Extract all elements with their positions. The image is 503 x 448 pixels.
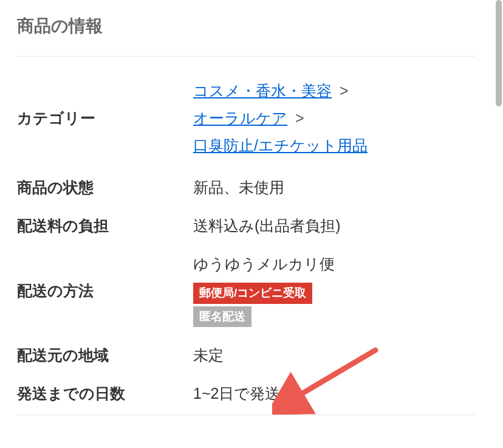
divider [17,415,475,415]
label-ship-from: 配送元の地域 [17,345,193,365]
row-ship-from: 配送元の地域 未定 [17,345,475,365]
breadcrumb-separator: > [295,109,304,126]
badge-post-convenience: 郵便局/コンビニ受取 [193,283,312,304]
section-title: 商品の情報 [17,15,475,38]
value-condition: 新品、未使用 [193,177,475,198]
category-crumb-1[interactable]: コスメ・香水・美容 [193,82,332,99]
row-shipping-fee: 配送料の負担 送料込み(出品者負担) [17,216,475,236]
label-ship-days: 発送までの日数 [17,384,193,404]
divider [17,56,475,57]
breadcrumb-separator: > [340,82,349,99]
badge-anonymous: 匿名配送 [193,306,252,328]
row-category: カテゴリー コスメ・香水・美容 > オーラルケア > 口臭防止/エチケット用品 [17,77,475,159]
label-condition: 商品の状態 [17,177,193,198]
value-ship-from: 未定 [193,345,475,365]
scrollbar-thumb[interactable] [496,0,502,106]
label-shipping-fee: 配送料の負担 [17,216,193,236]
category-crumb-2[interactable]: オーラルケア [193,109,287,126]
shipping-method-name: ゆうゆうメルカリ便 [193,254,475,274]
value-ship-days: 1~2日で発送 [193,384,475,404]
row-ship-days: 発送までの日数 1~2日で発送 [17,384,475,404]
value-shipping-fee: 送料込み(出品者負担) [193,216,475,236]
value-category: コスメ・香水・美容 > オーラルケア > 口臭防止/エチケット用品 [193,77,475,159]
product-info-panel: 商品の情報 カテゴリー コスメ・香水・美容 > オーラルケア > 口臭防止/エチ… [0,0,492,430]
label-shipping-method: 配送の方法 [17,281,193,301]
value-shipping-method: ゆうゆうメルカリ便 郵便局/コンビニ受取 匿名配送 [193,254,475,327]
row-shipping-method: 配送の方法 ゆうゆうメルカリ便 郵便局/コンビニ受取 匿名配送 [17,254,475,327]
category-crumb-3[interactable]: 口臭防止/エチケット用品 [193,137,368,154]
row-condition: 商品の状態 新品、未使用 [17,177,475,198]
label-category: カテゴリー [17,108,193,128]
